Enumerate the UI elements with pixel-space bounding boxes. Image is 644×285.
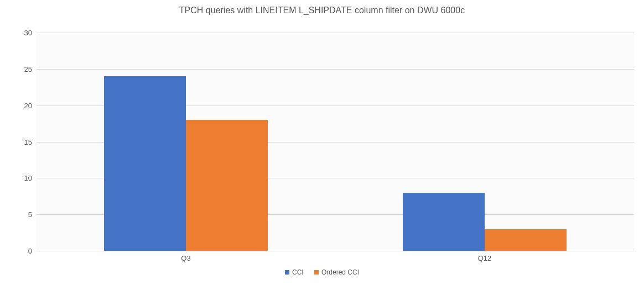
gridline <box>37 33 634 33</box>
bar-series1 <box>104 76 186 251</box>
gridline <box>37 69 634 70</box>
legend: CCI Ordered CCI <box>0 268 644 276</box>
bar-series2 <box>186 120 268 251</box>
x-tick-label: Q3 <box>158 254 214 262</box>
x-tick-label: Q12 <box>457 254 512 262</box>
bar-series1 <box>403 193 485 251</box>
y-tick-label: 10 <box>15 174 32 182</box>
legend-item: CCI <box>285 268 304 276</box>
chart-title: TPCH queries with LINEITEM L_SHIPDATE co… <box>0 0 644 15</box>
legend-item: Ordered CCI <box>314 268 359 276</box>
legend-label: Ordered CCI <box>321 268 359 276</box>
gridline <box>37 251 634 251</box>
y-tick-label: 15 <box>15 138 32 146</box>
legend-swatch-icon <box>314 270 319 275</box>
plot-area <box>37 33 634 251</box>
y-tick-label: 25 <box>15 65 32 73</box>
legend-label: CCI <box>292 268 304 276</box>
bar-series2 <box>485 229 567 251</box>
y-tick-label: 20 <box>15 101 32 109</box>
y-tick-label: 5 <box>15 210 32 219</box>
y-tick-label: 30 <box>15 29 32 37</box>
legend-swatch-icon <box>285 270 289 275</box>
chart-container: TPCH queries with LINEITEM L_SHIPDATE co… <box>0 0 644 285</box>
y-tick-label: 0 <box>15 247 32 255</box>
